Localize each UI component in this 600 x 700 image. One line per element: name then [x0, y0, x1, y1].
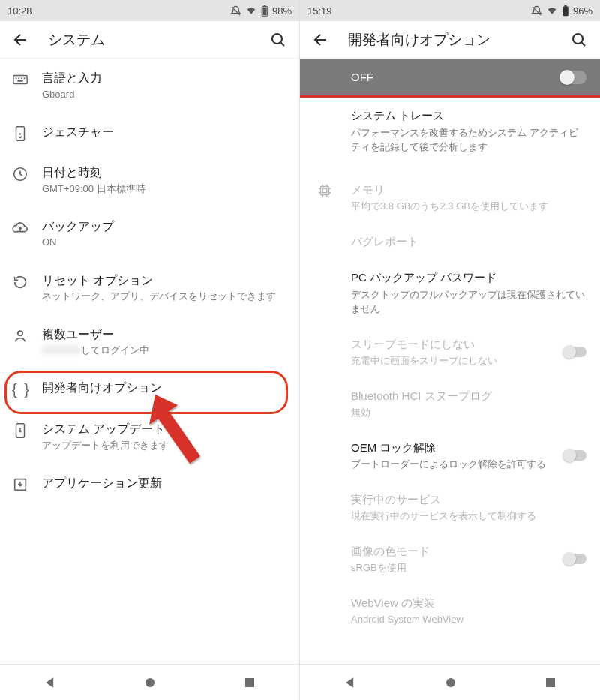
braces-icon: { } — [12, 381, 31, 398]
svg-rect-2 — [262, 7, 266, 15]
svg-point-12 — [18, 331, 22, 335]
list-item-developer-options[interactable]: { } 開発者向けオプション — [0, 368, 299, 410]
battery-icon — [562, 5, 569, 17]
stay-awake-switch[interactable] — [564, 347, 586, 357]
appbar-title: 開発者向けオプション — [348, 30, 570, 50]
item-backup-password[interactable]: PC バックアップ パスワード デスクトップのフルバックアップは現在保護されてい… — [300, 260, 600, 326]
wifi-icon — [546, 5, 558, 16]
battery-percent: 98% — [272, 5, 292, 17]
chip-icon — [316, 182, 333, 199]
svg-rect-20 — [321, 186, 329, 194]
system-update-icon — [12, 422, 28, 439]
download-box-icon — [12, 476, 28, 493]
svg-point-8 — [24, 77, 26, 79]
item-oem-unlock[interactable]: OEM ロック解除 ブートローダーによるロック解除を許可する — [300, 430, 600, 482]
svg-rect-18 — [562, 6, 568, 16]
appbar: 開発者向けオプション — [300, 21, 600, 59]
status-right: 96% — [531, 5, 592, 17]
battery-percent: 96% — [573, 5, 592, 17]
settings-list: 言語と入力Gboard ジェスチャー 日付と時刻GMT+09:00 日本標準時 … — [0, 59, 299, 664]
status-right: 98% — [230, 5, 292, 17]
item-webview: WebView の実装 Android System WebView — [300, 585, 600, 637]
item-memory: メモリ 平均で3.8 GBのうち2.3 GBを使用しています — [300, 172, 600, 224]
master-toggle-label: OFF — [351, 71, 374, 83]
svg-rect-9 — [17, 80, 22, 82]
nav-back-icon[interactable] — [43, 675, 58, 690]
list-item-language[interactable]: 言語と入力Gboard — [0, 59, 299, 113]
clock-icon — [12, 166, 28, 182]
list-item-app-update[interactable]: アプリケーション更新 — [0, 464, 299, 504]
appbar-title: システム — [48, 30, 269, 50]
right-screenshot: 15:19 96% 開発者向けオプション OFF システム トレース パフォーマ… — [300, 0, 600, 700]
svg-rect-21 — [322, 188, 327, 193]
item-color-mode: 画像の色モード sRGBを使用 — [300, 533, 600, 585]
master-toggle-switch[interactable] — [561, 71, 586, 84]
list-item-datetime[interactable]: 日付と時刻GMT+09:00 日本標準時 — [0, 153, 299, 207]
status-time: 10:28 — [8, 5, 32, 17]
master-toggle-bar[interactable]: OFF — [300, 59, 600, 98]
svg-point-15 — [146, 678, 154, 687]
list-item-system-update[interactable]: システム アップデートアップデートを利用できます — [0, 410, 299, 464]
svg-rect-16 — [245, 678, 254, 687]
person-icon — [12, 328, 28, 344]
cloud-upload-icon — [12, 220, 28, 236]
nav-recent-icon[interactable] — [544, 676, 557, 689]
bell-off-icon — [230, 5, 242, 17]
color-mode-switch[interactable] — [564, 554, 586, 564]
svg-rect-23 — [546, 678, 555, 687]
navbar — [0, 664, 299, 700]
bell-off-icon — [531, 5, 542, 17]
status-bar: 10:28 98% — [0, 0, 299, 21]
back-icon[interactable] — [12, 31, 30, 49]
svg-point-5 — [16, 77, 17, 79]
search-icon[interactable] — [570, 31, 588, 49]
status-time: 15:19 — [308, 5, 332, 17]
appbar: システム — [0, 21, 299, 59]
battery-icon — [261, 5, 268, 17]
svg-point-22 — [446, 678, 455, 687]
list-item-users[interactable]: 複数ユーザーXXXXXXしてログイン中 — [0, 315, 299, 369]
nav-back-icon[interactable] — [343, 675, 358, 690]
list-item-gesture[interactable]: ジェスチャー — [0, 113, 299, 153]
status-bar: 15:19 96% — [300, 0, 600, 21]
list-item-backup[interactable]: バックアップON — [0, 207, 299, 261]
keyboard-icon — [12, 71, 28, 88]
svg-point-7 — [21, 77, 22, 79]
nav-home-icon[interactable] — [143, 676, 157, 689]
search-icon[interactable] — [269, 31, 287, 49]
navbar — [300, 664, 600, 700]
nav-recent-icon[interactable] — [243, 676, 256, 689]
nav-home-icon[interactable] — [444, 676, 458, 689]
wifi-icon — [245, 5, 257, 16]
svg-point-19 — [573, 34, 583, 44]
svg-rect-1 — [263, 5, 266, 7]
gesture-icon — [12, 125, 28, 142]
item-bugreport: バグレポート — [300, 224, 600, 260]
list-item-reset[interactable]: リセット オプションネットワーク、アプリ、デバイスをリセットできます — [0, 261, 299, 315]
svg-point-3 — [272, 34, 282, 44]
oem-unlock-switch[interactable] — [564, 450, 586, 461]
item-running-services: 実行中のサービス 現在実行中のサービスを表示して制御する — [300, 482, 600, 533]
item-stay-awake: スリープモードにしない 充電中に画面をスリープにしない — [300, 326, 600, 378]
item-bt-hci: Bluetooth HCI スヌープログ 無効 — [300, 378, 600, 430]
svg-rect-4 — [14, 76, 27, 84]
reset-icon — [12, 274, 28, 290]
svg-point-6 — [18, 77, 20, 79]
item-system-trace[interactable]: システム トレース パフォーマンスを改善するためシステム アクティビティを記録し… — [300, 98, 600, 164]
back-icon[interactable] — [312, 31, 330, 49]
developer-options-list: システム トレース パフォーマンスを改善するためシステム アクティビティを記録し… — [300, 98, 600, 664]
left-screenshot: 10:28 98% システム 言語と入力Gboard ジェスチャー 日付と時刻G… — [0, 0, 300, 700]
